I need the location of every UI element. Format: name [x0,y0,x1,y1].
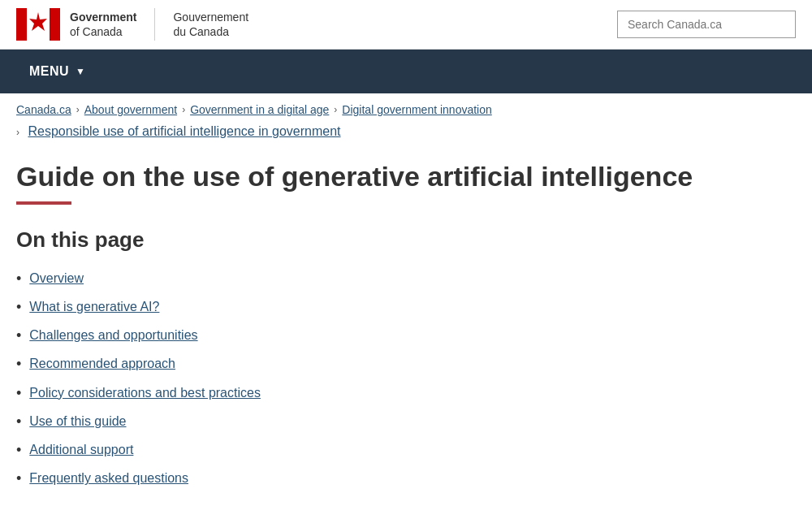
toc-list-item: •What is generative AI? [16,297,715,318]
toc-link-5[interactable]: Use of this guide [29,412,126,431]
toc-list-item: •Additional support [16,440,715,461]
breadcrumb-container: Canada.ca › About government › Governmen… [0,93,812,121]
logo-area: Government of Canada Gouvernement du Can… [16,8,248,41]
search-input[interactable] [617,11,796,38]
breadcrumb-digital-age[interactable]: Government in a digital age [190,103,329,116]
gov-name-en: Government of Canada [70,10,136,39]
toc-bullet: • [16,269,21,289]
breadcrumb: Canada.ca › About government › Governmen… [16,103,796,116]
breadcrumb-sep-4: › [16,127,19,138]
toc-bullet: • [16,326,21,346]
chevron-down-icon: ▼ [76,66,85,77]
menu-button[interactable]: MENU ▼ [16,50,99,93]
toc-link-0[interactable]: Overview [29,269,84,288]
toc-list-item: •Frequently asked questions [16,469,715,489]
title-underline [16,201,71,205]
toc-bullet: • [16,297,21,318]
search-area [617,11,796,38]
toc-link-2[interactable]: Challenges and opportunities [29,326,197,345]
toc-list-item: •Use of this guide [16,412,715,432]
toc-list: •Overview•What is generative AI?•Challen… [16,269,715,490]
svg-rect-2 [50,8,60,41]
gov-name-fr: Gouvernement du Canada [173,10,248,39]
breadcrumb-canada-ca[interactable]: Canada.ca [16,103,71,116]
toc-list-item: •Overview [16,269,715,289]
site-header: Government of Canada Gouvernement du Can… [0,0,812,50]
toc-bullet: • [16,412,21,432]
toc-list-item: •Policy considerations and best practice… [16,383,715,404]
breadcrumb-responsible-ai[interactable]: Responsible use of artificial intelligen… [28,124,340,138]
toc-link-3[interactable]: Recommended approach [29,354,175,374]
on-this-page-heading: On this page [16,227,715,253]
toc-bullet: • [16,354,21,374]
svg-rect-0 [16,8,27,41]
breadcrumb-sep-1: › [76,104,80,115]
header-divider [154,8,155,41]
breadcrumb-digital-innovation[interactable]: Digital government innovation [342,103,491,116]
toc-link-7[interactable]: Frequently asked questions [29,469,188,488]
toc-bullet: • [16,383,21,404]
toc-link-6[interactable]: Additional support [29,440,133,460]
menu-label: MENU [29,64,69,79]
main-content: Guide on the use of generative artificia… [0,152,731,521]
canada-flag-logo [16,8,60,41]
breadcrumb-sep-2: › [182,104,185,115]
toc-list-item: •Recommended approach [16,354,715,374]
breadcrumb-row2: › Responsible use of artificial intellig… [0,121,812,152]
toc-bullet: • [16,469,21,489]
toc-link-4[interactable]: Policy considerations and best practices [29,383,261,403]
breadcrumb-about-government[interactable]: About government [84,103,177,116]
page-title: Guide on the use of generative artificia… [16,160,715,193]
toc-link-1[interactable]: What is generative AI? [29,297,159,317]
main-navbar: MENU ▼ [0,50,812,93]
toc-bullet: • [16,440,21,461]
breadcrumb-sep-3: › [334,104,337,115]
toc-list-item: •Challenges and opportunities [16,326,715,346]
